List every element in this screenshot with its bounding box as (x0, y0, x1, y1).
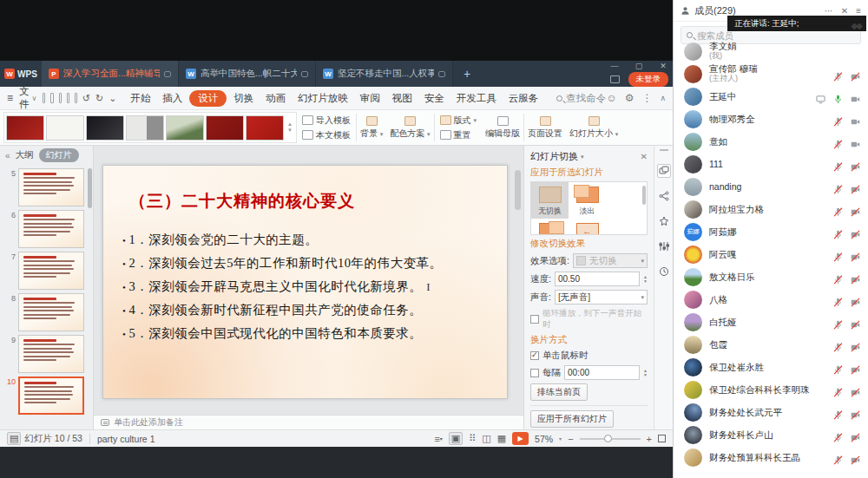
more-menu-icon[interactable]: ⋮ (641, 92, 652, 104)
slide-thumbnail[interactable]: 8 (5, 293, 91, 331)
member-row[interactable]: 财务处预算科科长王晶 (674, 446, 868, 468)
layout-button[interactable]: 版式 ▾ (440, 115, 477, 127)
slide-bullet[interactable]: 3．深刻领会开辟马克思主义中国化时代化新境界。 (122, 275, 495, 298)
reset-button[interactable]: 重置 (440, 129, 477, 141)
member-row[interactable]: 物理邓秀全 (674, 108, 868, 130)
speed-spinner[interactable]: ▲▼ (643, 275, 648, 284)
slide-thumbnail-preview[interactable] (18, 293, 84, 331)
member-row[interactable]: 财务处科长卢山 (674, 423, 868, 446)
design-template-thumbnail[interactable] (6, 115, 44, 141)
wps-logo[interactable]: W WPS (0, 61, 42, 87)
notes-bar[interactable]: 单击此处添加备注 (94, 415, 523, 429)
member-row[interactable]: 111 (674, 153, 868, 175)
panel-title-caret-icon[interactable]: ▾ (581, 154, 584, 160)
ribbon-tab[interactable]: 云服务 (503, 90, 544, 107)
save-icon[interactable] (50, 93, 53, 103)
member-row[interactable]: 财务处处长武元平 (674, 401, 868, 423)
settings-gear-icon[interactable]: ⚙ (625, 92, 635, 104)
document-tab[interactable]: W 高举中国特色...帜二十大报告 (179, 61, 316, 87)
member-row[interactable]: 茹娜 阿茹娜 (674, 220, 868, 243)
zoom-in-icon[interactable]: + (647, 434, 652, 444)
slide-bullet[interactable]: 5．深刻领会中国式现代化的中国特色和本质要求。 (122, 322, 495, 345)
find-command[interactable]: 查找命令 (556, 92, 606, 105)
rehearse-button[interactable]: 排练当前页 (530, 383, 588, 401)
slide-thumbnail[interactable]: 7 (5, 252, 91, 290)
ribbon-tab[interactable]: 开发工具 (451, 90, 502, 107)
member-row[interactable]: 保卫处崔永胜 (674, 356, 868, 378)
slide-bullet[interactable]: 2．深刻领会过去5年的工作和新时代10年的伟大变革。 (122, 252, 495, 275)
close-button[interactable]: ✕ (657, 62, 669, 70)
normal-view-icon[interactable]: ▣ (449, 432, 463, 445)
every-input[interactable] (564, 365, 640, 380)
speed-input[interactable] (555, 272, 640, 286)
member-row[interactable]: 阿拉坦宝力格 (674, 198, 868, 220)
slideshow-button[interactable]: ▶ (512, 432, 529, 445)
design-template-thumbnail[interactable] (46, 115, 84, 141)
member-row[interactable]: 白托娅 (674, 311, 868, 333)
new-document-icon[interactable] (43, 93, 45, 103)
effects-gallery-scrollbar[interactable] (642, 186, 646, 205)
ribbon-tab[interactable]: 动画 (260, 90, 291, 107)
fit-to-window-icon[interactable] (658, 435, 666, 442)
integrate-mode-icon[interactable] (610, 75, 620, 83)
undo-icon[interactable]: ↺ (82, 93, 90, 103)
slide-bullet-list[interactable]: 1．深刻领会党的二十大的主题。 2．深刻领会过去5年的工作和新时代10年的伟大变… (122, 228, 495, 345)
ribbon-tab[interactable]: 插入 (157, 90, 187, 107)
panel-close-icon[interactable]: ✕ (641, 152, 648, 161)
print-preview-icon[interactable] (75, 93, 77, 103)
document-tab[interactable]: P 深入学习全面...精神辅导报告 (42, 61, 179, 87)
effects-star-icon[interactable] (657, 214, 671, 228)
design-template-thumbnail[interactable] (246, 115, 284, 141)
ribbon-tab[interactable]: 安全 (419, 90, 450, 107)
print-icon[interactable] (67, 93, 69, 103)
ribbon-tab[interactable]: 视图 (387, 90, 418, 107)
share-icon[interactable] (657, 189, 671, 203)
design-template-thumbnail[interactable] (86, 115, 124, 141)
effect-option-select[interactable]: 无切换 ▾ (573, 253, 648, 268)
zoom-slider[interactable] (580, 438, 641, 440)
member-row[interactable]: 敖文格日乐 (674, 265, 868, 288)
transition-effect-item[interactable]: 无切换 (531, 182, 569, 219)
every-checkbox[interactable] (530, 369, 539, 377)
redo-icon[interactable]: ↻ (95, 93, 103, 103)
ribbon-tab[interactable]: 审阅 (355, 90, 385, 107)
hamburger-icon[interactable]: ≡ (0, 92, 16, 104)
design-template-thumbnail[interactable] (126, 115, 164, 141)
slide-thumbnail-preview[interactable] (18, 377, 84, 415)
settings-sliders-icon[interactable] (657, 239, 671, 253)
member-row[interactable]: 王延中 (674, 85, 868, 108)
loop-checkbox[interactable] (530, 315, 539, 324)
template-gallery-scroll[interactable]: ▲▼ (286, 121, 294, 134)
slide-title[interactable]: （三）二十大精神的核心要义 (129, 190, 507, 213)
page-setup-button[interactable]: 页面设置 (524, 116, 566, 140)
import-template-button[interactable]: 导入模板 (302, 115, 351, 127)
member-row[interactable]: 保卫处综合科科长李明珠 (674, 378, 868, 401)
ribbon-tab[interactable]: 设计 (189, 90, 227, 107)
feedback-smiley-icon[interactable]: ☺ (606, 92, 616, 104)
more-icon[interactable]: ⋯ (825, 6, 833, 16)
transition-effect-item[interactable] (569, 219, 606, 235)
file-menu[interactable]: 文件 (16, 85, 32, 111)
doc-template-button[interactable]: 本文模板 (302, 129, 351, 141)
member-row[interactable]: 李文娟 (我) (674, 40, 868, 62)
tab-slides[interactable]: 幻灯片 (39, 148, 79, 162)
every-spinner[interactable]: ▲▼ (643, 369, 648, 377)
notes-toggle-icon[interactable]: ≡▾ (434, 434, 442, 444)
play-window-icon[interactable]: ▦ (497, 433, 506, 444)
canvas-scrollbar[interactable] (514, 146, 522, 415)
member-row[interactable]: 宣传部 穆瑞 (主持人) (674, 62, 868, 85)
login-button[interactable]: 未登录 (628, 72, 669, 87)
thumbnails-scrollbar[interactable] (88, 168, 92, 208)
minimize-button[interactable]: — (608, 62, 621, 70)
ribbon-tab[interactable]: 开始 (125, 90, 155, 107)
zoom-level[interactable]: 57% (535, 434, 553, 444)
background-button[interactable]: 背景 ▾ (357, 116, 386, 140)
slide-canvas[interactable]: （三）二十大精神的核心要义 1．深刻领会党的二十大的主题。 2．深刻领会过去5年… (102, 165, 508, 399)
slide-thumbnail-preview[interactable] (18, 168, 84, 206)
collapse-panel-icon[interactable]: « (5, 151, 10, 160)
sound-select[interactable]: [无声音] ▾ (555, 290, 648, 304)
transition-effect-item[interactable]: 切出 (531, 219, 569, 235)
slide-thumbnail[interactable]: 9 (5, 335, 91, 373)
panel-close-icon[interactable]: ✕ (841, 6, 848, 16)
slide-thumbnail[interactable]: 5 (5, 168, 91, 206)
